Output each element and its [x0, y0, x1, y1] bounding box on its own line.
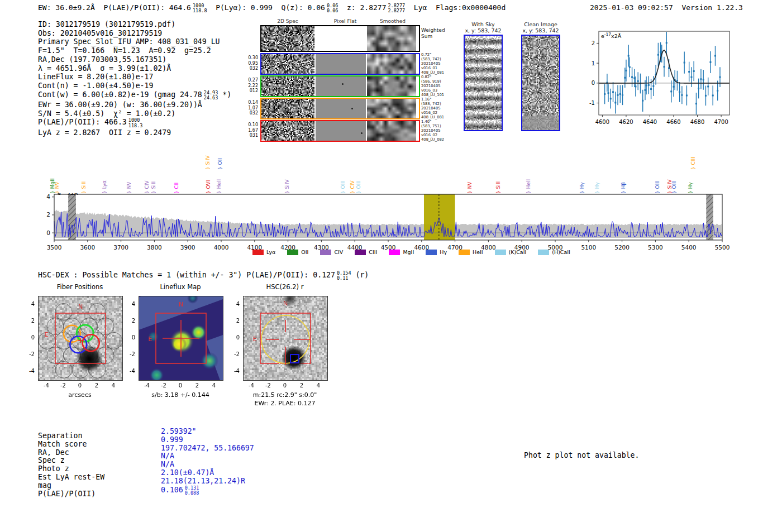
match-table-value: 0.1060.1310.088 — [161, 486, 199, 496]
spectrum-x-tick: 3900 — [180, 244, 196, 251]
match-value-text: 2.10(±0.47)Å — [161, 468, 214, 477]
sky-panel-title: Clean Image — [521, 21, 560, 27]
cutout-image-lineflux-map — [139, 296, 223, 381]
spec2d-row — [260, 25, 420, 52]
weighted-sum-label: Weighted Sum — [421, 27, 455, 39]
pixelflat-speck — [361, 132, 363, 134]
sky-panel-coords: x, y: 583, 742 — [521, 27, 560, 33]
info-line: LyA z = 2.8267 OII z = 0.2479 — [38, 128, 273, 137]
emission-line-label: } OIII — [356, 180, 361, 194]
spec2d-smoothed-image — [367, 121, 416, 141]
fraction-sub: 0.06 — [327, 8, 338, 13]
emission-line-label: } Hγ — [594, 182, 600, 194]
fraction-sub: 24.63 — [204, 95, 218, 100]
spec2d-pixelflat-image — [316, 76, 366, 96]
spec2d-pixelflat-image — [316, 121, 366, 141]
fraction-value: 24.9324.63 — [204, 90, 218, 100]
spec2d-row-left-labels: 0.300.95032 — [244, 55, 258, 71]
legend-item: Hγ — [426, 249, 447, 255]
annotation-line: 408_LU_081 — [421, 115, 456, 119]
spec2d-pixelflat-image — [316, 26, 366, 51]
text-segment: P(LAE)/P(OII): 464.6 — [103, 3, 191, 12]
info-line: S/N = 5.4(±0.5) χ² = 1.0(±0.2) — [38, 109, 273, 118]
spec2d-pixelflat-image — [316, 99, 366, 118]
spec2d-column-header: 2D Spec — [263, 18, 313, 24]
spectrum-x-tick: 5100 — [581, 244, 596, 251]
annotation-line: 408_LU_101 — [421, 93, 456, 97]
spec2d-smoothed-image — [367, 99, 416, 118]
clean-image — [522, 36, 559, 130]
legend-item: MgII — [389, 249, 414, 255]
cutout-x-tick: 0 — [276, 382, 293, 389]
emission-line-label: } OVI — [206, 180, 211, 194]
emission-line-label: } HeII — [216, 179, 222, 194]
spectrum-y-tick: 2 — [46, 211, 50, 218]
info-text: λ = 4651.96Å σ = 3.99(±1.02)Å — [38, 64, 171, 73]
emission-line-label: } OIII — [671, 180, 677, 194]
info-line: RA,Dec (197.703003,55.167351) — [38, 55, 273, 64]
cutout-y-tick: 0 — [123, 334, 135, 341]
legend-swatch — [389, 250, 400, 255]
emission-line-label: } OIII — [655, 180, 660, 194]
cutout-x-tick: -4 — [38, 382, 55, 389]
legend-swatch — [459, 250, 470, 255]
info-line: Primary Spec_Slot_IFU_AMP: 408_031_049_L… — [38, 37, 273, 46]
info-text: Primary Spec_Slot_IFU_AMP: 408_031_049_L… — [38, 37, 220, 46]
match-table-label: Match score — [38, 440, 87, 449]
info-text: Cont(w) = 6.00(±0.82)e-19 (gmag 24.78 — [38, 90, 202, 99]
info-line: Obs: 20210405v016_3012179519 — [38, 29, 273, 38]
legend-label: HeII — [473, 249, 483, 255]
fraction-sub: 2.8277 — [388, 8, 405, 13]
emission-line-label: } CIV — [144, 180, 150, 194]
spec2d-2dspec-image — [261, 54, 314, 74]
cutout-xlabel-2: EWr: 2. PLAE: 0.127 — [229, 400, 341, 407]
cutout-y-tick: 2 — [123, 318, 135, 324]
match-value-text: 0.999 — [161, 435, 183, 444]
emission-line-label: } SiII — [81, 181, 87, 194]
fraction-sub: 118.8 — [193, 8, 207, 13]
left-label-line: 2.22 — [244, 83, 258, 89]
cutout-xlabel: arcsecs — [24, 391, 136, 399]
line-fit-plot: 460046204640466046804700-1012e-17x2Å — [580, 26, 736, 135]
spec2d-row-left-labels: 0.272.22012 — [244, 78, 258, 94]
match-table-label: Est LyA rest-EW — [38, 473, 104, 482]
legend-label: OII — [301, 249, 308, 255]
cutout-y-tick: -2 — [227, 351, 240, 357]
cutout-x-tick: 2 — [293, 382, 310, 389]
cutout-x-tick: -4 — [139, 382, 155, 389]
legend-item: OII — [287, 249, 308, 255]
text-segment: EW: 36.0±9.2Å — [38, 3, 95, 12]
spec2d-row — [260, 98, 420, 119]
legend-label: MgII — [403, 249, 414, 255]
spectrum-x-tick: 3500 — [47, 244, 62, 251]
fit-plot-svg: 460046204640466046804700-1012e-17x2Å — [580, 26, 736, 135]
fit-plot-unit-label: e-17x2Å — [601, 32, 622, 39]
annotation-line: 408_LU_081 — [421, 70, 456, 75]
spec2d-pixelflat-image — [316, 54, 366, 74]
match-table-label: Separation — [38, 432, 82, 440]
cutout-y-tick: -4 — [123, 368, 135, 374]
spec2d-smoothed-image — [367, 76, 416, 96]
left-label-line: 1.67 — [244, 128, 258, 133]
fraction-value: 0.1310.088 — [185, 486, 199, 496]
left-label-line: 0.95 — [244, 61, 258, 66]
cutout-y-tick: 4 — [22, 301, 35, 307]
spec2d-row — [260, 53, 420, 75]
spec2d-row-left-labels: 0.141.07032 — [244, 100, 258, 116]
cutout-y-tick: -4 — [227, 368, 240, 374]
match-table-label: mag — [38, 482, 51, 490]
annotation-line: (586, 919) — [421, 79, 456, 84]
report-version: Version 1.22.3 — [681, 3, 743, 12]
emission-line-label: } CII — [174, 183, 179, 194]
cutout-x-tick: 0 — [172, 382, 189, 389]
cutout-x-tick: 0 — [71, 382, 88, 389]
cutout-x-tick: 2 — [88, 382, 105, 389]
spec2d-row-left-labels: 0.101.67031 — [244, 122, 258, 138]
spectrum-x-tick: 5300 — [648, 244, 663, 251]
spectrum-x-tick: 3800 — [147, 244, 162, 251]
emission-line-label: } CIII — [690, 157, 696, 170]
cutout-xlabel: m:21.5 rc:2.9" s:0.0" — [229, 391, 341, 399]
emission-line-label: } OII — [217, 158, 223, 170]
match-value-text: N/A — [161, 452, 174, 460]
spacer — [273, 3, 282, 12]
